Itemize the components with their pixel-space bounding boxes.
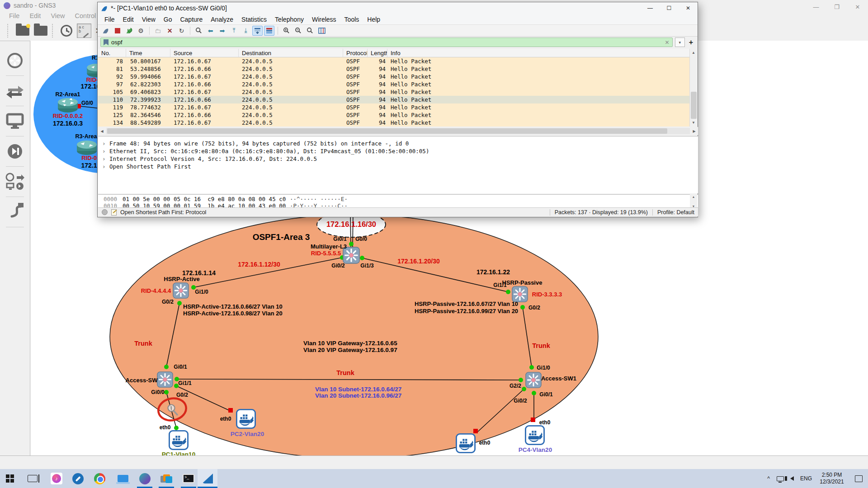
packet-list-hscrollbar[interactable]: ◀ ▶ [98,127,698,135]
zoom-out-icon[interactable] [293,26,303,36]
touch-keyboard-button[interactable] [23,469,42,488]
restart-capture-icon[interactable] [124,26,134,36]
switch-access-sw1[interactable] [525,372,542,390]
windows-taskbar: ♪ ^ ENG 2:50 PM 12/3/2021 [0,469,868,488]
ws-menu-wireless[interactable]: Wireless [308,16,340,23]
switch-hsrp-active[interactable] [173,282,189,300]
close-file-icon[interactable]: ✕ [165,26,175,36]
ws-menu-telephony[interactable]: Telephony [271,16,308,23]
taskbar-gns3[interactable] [135,469,155,488]
vlan20-subnet-label: Vlan 20 Subnet-172.16.0.96/27 [315,392,401,399]
open-file-icon[interactable]: 🗀 [153,26,163,36]
taskbar-itunes[interactable]: ♪ [47,469,66,488]
packet-list-vscrollbar[interactable]: ▲ ▼ [689,49,697,127]
packet-row[interactable]: 92 59.994066 172.16.0.67 224.0.0.5 OSPF … [98,73,690,80]
resize-columns-icon[interactable] [316,26,327,36]
detail-row[interactable]: Frame 48: 94 bytes on wire (752 bits), 9… [98,140,698,147]
trunk-label-right: Trunk [532,342,550,349]
expert-info-icon[interactable] [102,209,108,215]
filter-add-button[interactable]: + [687,38,695,47]
filter-dropdown-icon[interactable]: ▾ [675,38,685,47]
go-forward-icon[interactable]: ➡ [217,26,227,36]
scroll-down-icon[interactable]: ▼ [690,119,697,127]
zoom-reset-icon[interactable] [305,26,315,36]
packet-bytes-pane[interactable]: 0000 01 00 5e 00 00 05 0c 16 c9 e8 80 0a… [98,194,698,209]
scroll-right-icon[interactable]: ▶ [690,129,698,133]
zoom-in-icon[interactable] [281,26,292,36]
go-back-icon[interactable]: ⬅ [205,26,216,36]
scroll-left-icon[interactable]: ◀ [98,129,106,133]
ws-menu-help[interactable]: Help [363,16,384,23]
packet-list-header[interactable]: No. Time Source Destination Protocol Len… [98,49,690,57]
display-filter-input[interactable] [111,39,609,46]
start-capture-icon[interactable] [100,26,111,36]
colorize-packets-icon[interactable] [264,26,274,36]
bytes-pane-scrollbar[interactable]: ▲ ▼ [690,194,697,209]
packet-rows: 78 50.800167 172.16.0.67 224.0.0.5 OSPF … [98,57,690,127]
vscroll-thumb[interactable] [691,92,697,119]
language-indicator[interactable]: ENG [798,475,814,482]
go-to-bottom-icon[interactable]: ⤓ [241,26,251,36]
packet-row[interactable]: 78 50.800167 172.16.0.67 224.0.0.5 OSPF … [98,57,690,65]
taskbar-wireshark[interactable] [198,469,217,488]
detail-row[interactable]: Internet Protocol Version 4, Src: 172.16… [98,155,698,163]
ws-menu-statistics[interactable]: Statistics [237,16,271,23]
capture-options-icon[interactable]: ⚙ [136,26,146,36]
packet-row[interactable]: 97 62.822303 172.16.0.66 224.0.0.5 OSPF … [98,80,690,88]
taskbar-vmware[interactable] [156,469,176,488]
scroll-up-icon: ▲ [692,195,695,198]
wireshark-minimize-button[interactable]: — [641,2,660,14]
taskbar-clock[interactable]: 2:50 PM 12/3/2021 [814,472,849,485]
hsrp-passive-name: HSRP-Passive [502,279,542,286]
pc4-docker-node[interactable] [525,425,545,447]
auto-scroll-icon[interactable] [252,26,263,36]
hex-row[interactable]: 0000 01 00 5e 00 00 05 0c 16 c9 e8 80 0a… [98,196,698,202]
reload-file-icon[interactable]: ↻ [176,26,187,36]
volume-icon[interactable] [786,476,798,481]
pc2-eth0-label: eth0 [220,416,231,422]
switch-access-sw[interactable] [157,371,173,389]
packet-row[interactable]: 119 78.774632 172.16.0.67 224.0.0.5 OSPF… [98,103,690,111]
hscroll-thumb[interactable] [107,128,667,134]
ws-menu-edit[interactable]: Edit [119,16,138,23]
packet-row[interactable]: 105 69.406823 172.16.0.67 224.0.0.5 OSPF… [98,88,690,96]
wireshark-maximize-button[interactable]: ☐ [660,2,679,14]
action-center-icon[interactable] [855,475,863,482]
pc3-docker-node[interactable] [456,433,476,455]
find-packet-icon[interactable] [193,26,204,36]
filter-bookmark-icon[interactable] [104,39,108,46]
packet-row[interactable]: 134 88.549289 172.16.0.67 224.0.0.5 OSPF… [98,119,690,127]
start-button[interactable] [0,469,20,488]
ws-menu-view[interactable]: View [138,16,160,23]
stop-capture-icon[interactable] [112,26,123,36]
packet-row[interactable]: 110 72.399923 172.16.0.66 224.0.0.5 OSPF… [98,96,690,103]
detail-row[interactable]: Open Shortest Path First [98,163,698,170]
pc1-docker-node[interactable] [169,430,189,452]
packet-row[interactable]: 81 53.248856 172.16.0.66 224.0.0.5 OSPF … [98,65,690,73]
ws-menu-go[interactable]: Go [160,16,176,23]
filter-clear-icon[interactable]: ✕ [665,39,670,46]
ws-menu-tools[interactable]: Tools [340,16,363,23]
ws-menu-file[interactable]: File [100,16,119,23]
pc2-docker-node[interactable] [236,409,256,431]
scroll-up-icon[interactable]: ▲ [690,49,697,56]
capture-comment-icon[interactable] [111,209,117,216]
taskbar-command-prompt[interactable] [179,469,198,488]
taskbar-laptop-app[interactable] [113,469,133,488]
wireshark-titlebar[interactable]: *- [PC1-Vlan10 eth0 to Access-SW Gi0/0] … [98,2,698,14]
taskbar-settings-tool[interactable] [68,469,88,488]
tray-date: 12/3/2021 [820,479,844,485]
status-profile[interactable]: Profile: Default [657,209,694,216]
hsrp-active-port-gi10: Gi1/0 [195,289,208,295]
wireshark-close-button[interactable]: ✕ [679,2,698,14]
ws-menu-analyze[interactable]: Analyze [207,16,237,23]
packet-row[interactable]: 125 82.364546 172.16.0.66 224.0.0.5 OSPF… [98,111,690,119]
ml-port-gi01: Gi0/1 [333,236,346,242]
ws-menu-capture[interactable]: Capture [176,16,207,23]
detail-row[interactable]: Ethernet II, Src: 0c:16:c9:e8:80:0a (0c:… [98,147,698,155]
packet-detail-pane[interactable]: Frame 48: 94 bytes on wire (752 bits), 9… [98,136,698,193]
go-to-top-icon[interactable]: ⤒ [229,26,239,36]
taskbar-chrome[interactable] [90,469,109,488]
tray-chevron-icon[interactable]: ^ [763,475,774,482]
display-filter-field[interactable]: ✕ [100,38,673,47]
